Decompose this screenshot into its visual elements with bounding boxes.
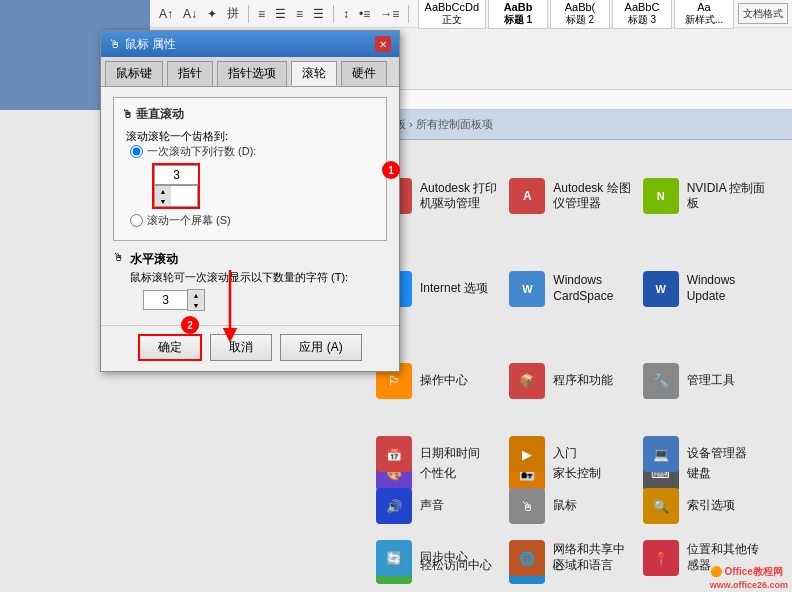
horiz-value-row: ▲ ▼ [143, 289, 387, 311]
screen-label: 滚动一个屏幕 (S) [147, 213, 231, 228]
horiz-spin-up[interactable]: ▲ [188, 290, 204, 300]
lines-value-input[interactable] [154, 165, 198, 185]
vertical-scroll-title: 🖱 垂直滚动 [122, 106, 378, 123]
horizontal-scroll-section: 🖱 水平滚动 鼠标滚轮可一次滚动显示以下数量的字符 (T): ▲ ▼ [113, 251, 387, 311]
dialog-title-icon: 🖱 [109, 37, 121, 51]
dialog-tabs: 鼠标键 指针 指针选项 滚轮 硬件 [101, 57, 399, 87]
horiz-header: 🖱 水平滚动 鼠标滚轮可一次滚动显示以下数量的字符 (T): [113, 251, 387, 285]
dialog-titlebar: 🖱 鼠标 属性 ✕ [101, 31, 399, 57]
dialog-title-area: 🖱 鼠标 属性 [109, 36, 176, 53]
tab-mouse-keys[interactable]: 鼠标键 [105, 61, 163, 86]
lines-label: 一次滚动下列行数 (D): [147, 144, 256, 159]
ok-button[interactable]: 确定 [138, 334, 202, 361]
annotation-2: 2 [181, 316, 199, 334]
dialog-footer: 2 确定 取消 应用 (A) [101, 325, 399, 371]
tab-hardware[interactable]: 硬件 [341, 61, 387, 86]
tab-pointer-options[interactable]: 指针选项 [217, 61, 287, 86]
lines-value-row: ▲ ▼ 1 [152, 163, 378, 209]
horiz-spin-down[interactable]: ▼ [188, 300, 204, 310]
horiz-title: 水平滚动 [130, 251, 348, 268]
screen-option-row: 滚动一个屏幕 (S) [130, 213, 378, 228]
horiz-value-input[interactable] [143, 290, 187, 310]
watermark: 🟠 Office教程网www.office26.com [710, 565, 788, 590]
vertical-scroll-section: 🖱 垂直滚动 滚动滚轮一个齿格到: 一次滚动下列行数 (D): ▲ [113, 97, 387, 241]
annotation-1: 1 [382, 161, 400, 179]
dialog-title-text: 鼠标 属性 [125, 36, 176, 53]
scroll-label: 滚动滚轮一个齿格到: [126, 129, 378, 144]
dialog-overlay: 🖱 鼠标 属性 ✕ 鼠标键 指针 指针选项 滚轮 硬件 🖱 垂直滚动 滚动滚轮一… [0, 0, 792, 592]
lines-value-highlight: ▲ ▼ [152, 163, 200, 209]
lines-option-row: 一次滚动下列行数 (D): [130, 144, 378, 159]
dialog-body: 🖱 垂直滚动 滚动滚轮一个齿格到: 一次滚动下列行数 (D): ▲ [101, 87, 399, 325]
horiz-spinner: ▲ ▼ [187, 289, 205, 311]
screen-radio[interactable] [130, 214, 143, 227]
annotation-arrow [215, 270, 245, 350]
tab-pointer[interactable]: 指针 [167, 61, 213, 86]
apply-button[interactable]: 应用 (A) [280, 334, 361, 361]
tab-scroll[interactable]: 滚轮 [291, 61, 337, 86]
lines-spinner: ▲ ▼ [154, 185, 198, 207]
lines-spin-down[interactable]: ▼ [155, 196, 171, 206]
dialog-close-button[interactable]: ✕ [375, 36, 391, 52]
lines-spin-up[interactable]: ▲ [155, 186, 171, 196]
lines-radio[interactable] [130, 145, 143, 158]
mouse-properties-dialog: 🖱 鼠标 属性 ✕ 鼠标键 指针 指针选项 滚轮 硬件 🖱 垂直滚动 滚动滚轮一… [100, 30, 400, 372]
